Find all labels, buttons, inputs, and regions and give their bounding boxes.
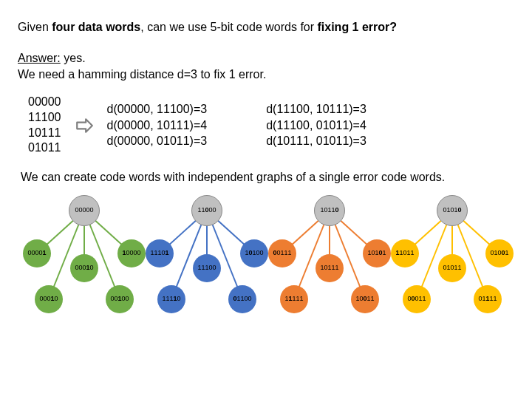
distance-row: 00000 11100 10111 01011 d(00000, 11100)=… [28,95,514,156]
distance-col-right: d(11100, 10111)=3d(11100, 01011)=4d(1011… [266,101,366,149]
graph-center-node: 00000 [69,195,100,226]
code-words: 00000 11100 10111 01011 [28,95,61,156]
graph-leaf-node: 01111 [474,285,502,313]
distance-col-left: d(00000, 11100)=3d(00000, 10111)=4d(0000… [107,101,208,149]
graph-1: 110001110110100111001111001100 [143,196,266,321]
create-line: We can create code words with independen… [21,171,514,184]
graph-leaf-node: 00001 [23,239,51,267]
graph-0: 000000000110000000100001000100 [21,196,143,321]
graph-leaf-node: 11110 [157,285,185,313]
graph-2: 101100011110101101111111110011 [266,196,389,321]
graphs-row: 000000000110000000100001000100 110001110… [18,196,514,321]
graph-center-node: 10110 [314,195,345,226]
graph-3: 010101101101001010110001101111 [389,196,511,321]
graph-center-node: 11000 [191,195,222,226]
graph-leaf-node: 11100 [193,254,221,282]
question-text: Given four data words, can we use 5-bit … [18,21,514,34]
graph-center-node: 01010 [437,195,468,226]
answer-line: Answer: yes. [18,52,514,65]
graph-leaf-node: 00100 [106,285,134,313]
graph-leaf-node: 01100 [228,285,256,313]
graph-leaf-node: 01001 [485,239,514,267]
graph-leaf-node: 00011 [403,285,431,313]
graph-leaf-node: 10100 [240,239,268,267]
graph-leaf-node: 11011 [391,239,419,267]
graph-leaf-node: 10011 [351,285,379,313]
graph-leaf-node: 01011 [438,254,466,282]
explain-line: We need a hamming distance d=3 to fix 1 … [18,68,514,81]
graph-leaf-node: 00010 [35,285,63,313]
graph-leaf-node: 11111 [280,285,308,313]
arrow-right-icon [75,116,94,135]
graph-leaf-node: 00010 [70,254,98,282]
graph-leaf-node: 00111 [268,239,296,267]
graph-leaf-node: 11101 [146,239,174,267]
graph-leaf-node: 10111 [316,254,344,282]
graph-leaf-node: 10000 [117,239,146,267]
graph-leaf-node: 10101 [363,239,391,267]
